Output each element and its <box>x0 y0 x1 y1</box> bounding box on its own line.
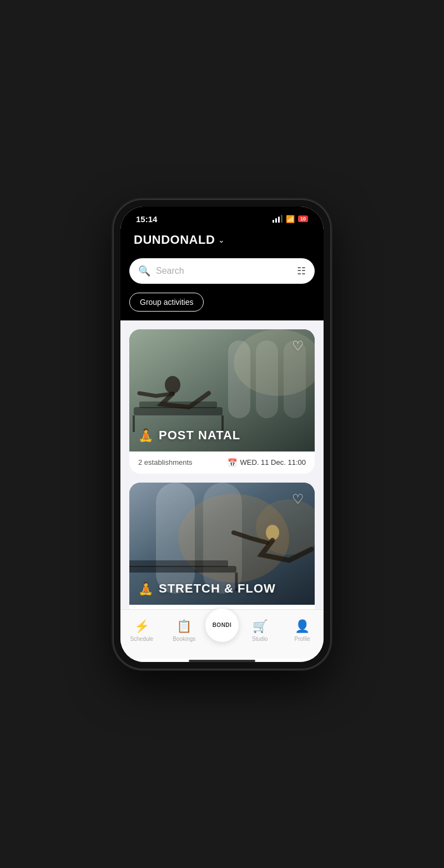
post-natal-image: ♡ 🧘 POST NATAL <box>129 329 315 451</box>
signal-icon <box>273 215 282 223</box>
svg-point-10 <box>165 376 180 394</box>
group-activities-chip[interactable]: Group activities <box>129 293 204 312</box>
search-placeholder: Search <box>156 266 291 276</box>
activity-person-icon-2: 🧘 <box>138 581 153 596</box>
nav-center-bondi[interactable]: BONDI <box>205 609 239 642</box>
heart-icon: ♡ <box>292 338 304 354</box>
stretch-flow-favorite-btn[interactable]: ♡ <box>288 489 308 509</box>
calendar-icon: 📅 <box>228 458 237 467</box>
nav-bookings[interactable]: 📋 Bookings <box>163 619 206 642</box>
stretch-flow-card[interactable]: ♡ 🧘 STRETCH & FLOW 2 establishments 📅 WE… <box>129 483 315 609</box>
svg-rect-17 <box>129 560 228 567</box>
post-natal-title-area: 🧘 POST NATAL <box>138 428 240 443</box>
wifi-icon: 📶 <box>286 215 295 223</box>
search-icon: 🔍 <box>138 265 150 277</box>
bookings-icon: 📋 <box>176 619 191 634</box>
battery-icon: 10 <box>298 215 308 222</box>
studio-icon: 🛒 <box>253 619 268 634</box>
post-natal-datetime: WED. 11 Dec. 11:00 <box>240 458 306 466</box>
status-bar: 15:14 📶 10 <box>120 207 324 228</box>
status-icons: 📶 10 <box>273 215 308 223</box>
nav-schedule[interactable]: ⚡ Schedule <box>120 619 163 642</box>
activity-person-icon: 🧘 <box>138 428 153 443</box>
search-bar[interactable]: 🔍 Search ☷ <box>129 258 315 284</box>
post-natal-favorite-btn[interactable]: ♡ <box>288 336 308 356</box>
heart-icon-2: ♡ <box>292 491 304 507</box>
nav-studio[interactable]: 🛒 Studio <box>239 619 281 642</box>
content-area: ♡ 🧘 POST NATAL 2 establishments 📅 WED. 1… <box>120 320 324 609</box>
profile-label: Profile <box>295 636 310 642</box>
stretch-flow-title: STRETCH & FLOW <box>159 581 276 596</box>
home-indicator <box>189 660 255 662</box>
schedule-icon: ⚡ <box>134 619 149 634</box>
bondi-label: BONDI <box>213 622 232 628</box>
chevron-down-icon: ⌄ <box>218 235 225 244</box>
profile-icon: 👤 <box>295 619 310 634</box>
post-natal-date: 📅 WED. 11 Dec. 11:00 <box>228 458 306 467</box>
post-natal-establishments: 2 establishments <box>138 458 193 466</box>
nav-profile[interactable]: 👤 Profile <box>281 619 324 642</box>
svg-rect-6 <box>134 407 223 415</box>
bottom-nav: ⚡ Schedule 📋 Bookings BONDI 🛒 Studio 👤 P… <box>120 609 324 659</box>
home-indicator-bar <box>120 659 324 662</box>
filter-icon[interactable]: ☷ <box>297 265 306 277</box>
post-natal-card[interactable]: ♡ 🧘 POST NATAL 2 establishments 📅 WED. 1… <box>129 329 315 474</box>
bookings-label: Bookings <box>173 636 195 642</box>
studio-label: Studio <box>252 636 268 642</box>
post-natal-footer: 2 establishments 📅 WED. 11 Dec. 11:00 <box>129 451 315 474</box>
search-container: 🔍 Search ☷ <box>120 258 324 293</box>
header-area: DUNDONALD ⌄ <box>120 228 324 258</box>
schedule-label: Schedule <box>130 636 153 642</box>
phone-frame: 15:14 📶 10 DUNDONALD ⌄ 🔍 <box>114 200 330 669</box>
phone-screen: 15:14 📶 10 DUNDONALD ⌄ 🔍 <box>120 207 324 662</box>
status-time: 15:14 <box>136 214 157 224</box>
filter-chips: Group activities <box>120 293 324 320</box>
location-selector[interactable]: DUNDONALD ⌄ <box>134 233 310 247</box>
stretch-flow-image: ♡ 🧘 STRETCH & FLOW <box>129 483 315 605</box>
stretch-flow-title-area: 🧘 STRETCH & FLOW <box>138 581 276 596</box>
location-name: DUNDONALD <box>134 233 215 247</box>
post-natal-title: POST NATAL <box>159 428 240 443</box>
